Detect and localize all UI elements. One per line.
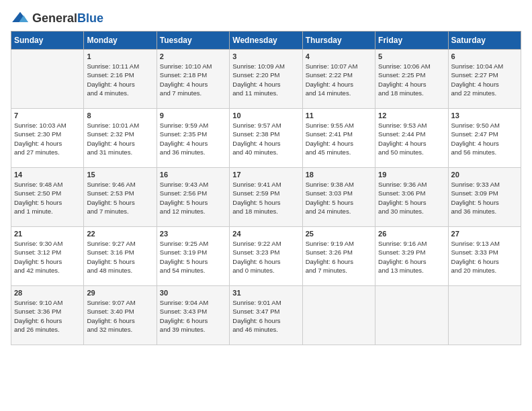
calendar-cell: 5Sunrise: 10:06 AM Sunset: 2:25 PM Dayli… (375, 50, 448, 109)
day-content: Sunrise: 9:30 AM Sunset: 3:12 PM Dayligh… (14, 239, 81, 275)
day-number: 10 (232, 111, 299, 120)
day-content: Sunrise: 9:22 AM Sunset: 3:23 PM Dayligh… (232, 239, 299, 275)
day-number: 16 (160, 171, 226, 179)
day-content: Sunrise: 9:01 AM Sunset: 3:47 PM Dayligh… (232, 298, 299, 334)
header-cell-saturday: Saturday (448, 32, 521, 50)
calendar-cell (11, 50, 84, 109)
day-content: Sunrise: 9:57 AM Sunset: 2:38 PM Dayligh… (232, 121, 299, 156)
day-number: 30 (160, 289, 226, 297)
calendar-cell: 8Sunrise: 10:01 AM Sunset: 2:32 PM Dayli… (84, 109, 157, 168)
calendar-body: 1Sunrise: 10:11 AM Sunset: 2:16 PM Dayli… (11, 50, 521, 345)
day-content: Sunrise: 9:43 AM Sunset: 2:56 PM Dayligh… (160, 180, 226, 216)
day-number: 14 (14, 171, 81, 179)
calendar-cell: 1Sunrise: 10:11 AM Sunset: 2:16 PM Dayli… (84, 50, 157, 109)
day-content: Sunrise: 9:33 AM Sunset: 3:09 PM Dayligh… (451, 180, 518, 216)
day-content: Sunrise: 9:19 AM Sunset: 3:26 PM Dayligh… (306, 239, 372, 275)
day-content: Sunrise: 9:04 AM Sunset: 3:43 PM Dayligh… (160, 298, 226, 334)
week-row-1: 1Sunrise: 10:11 AM Sunset: 2:16 PM Dayli… (11, 50, 521, 109)
day-number: 28 (14, 289, 81, 297)
day-content: Sunrise: 9:10 AM Sunset: 3:36 PM Dayligh… (14, 298, 81, 334)
header-cell-friday: Friday (375, 32, 448, 50)
logo-general: General (32, 11, 77, 25)
header-cell-tuesday: Tuesday (157, 32, 229, 50)
day-content: Sunrise: 9:59 AM Sunset: 2:35 PM Dayligh… (160, 121, 226, 156)
day-number: 13 (451, 111, 518, 120)
day-number: 29 (87, 289, 153, 297)
day-content: Sunrise: 10:06 AM Sunset: 2:25 PM Daylig… (378, 62, 445, 97)
calendar-cell: 29Sunrise: 9:07 AM Sunset: 3:40 PM Dayli… (84, 286, 157, 345)
day-number: 3 (232, 52, 299, 60)
calendar-cell: 14Sunrise: 9:48 AM Sunset: 2:50 PM Dayli… (11, 168, 84, 227)
calendar-cell: 6Sunrise: 10:04 AM Sunset: 2:27 PM Dayli… (448, 50, 521, 109)
day-content: Sunrise: 9:36 AM Sunset: 3:06 PM Dayligh… (378, 180, 445, 216)
week-row-3: 14Sunrise: 9:48 AM Sunset: 2:50 PM Dayli… (11, 168, 521, 227)
calendar-cell: 26Sunrise: 9:16 AM Sunset: 3:29 PM Dayli… (375, 227, 448, 286)
calendar-cell: 23Sunrise: 9:25 AM Sunset: 3:19 PM Dayli… (157, 227, 229, 286)
calendar-cell: 13Sunrise: 9:50 AM Sunset: 2:47 PM Dayli… (448, 109, 521, 168)
calendar-cell: 15Sunrise: 9:46 AM Sunset: 2:53 PM Dayli… (84, 168, 157, 227)
day-number: 5 (378, 52, 445, 60)
week-row-4: 21Sunrise: 9:30 AM Sunset: 3:12 PM Dayli… (11, 227, 521, 286)
day-content: Sunrise: 9:50 AM Sunset: 2:47 PM Dayligh… (451, 121, 518, 156)
day-content: Sunrise: 9:53 AM Sunset: 2:44 PM Dayligh… (378, 121, 445, 156)
week-row-2: 7Sunrise: 10:03 AM Sunset: 2:30 PM Dayli… (11, 109, 521, 168)
calendar-cell: 27Sunrise: 9:13 AM Sunset: 3:33 PM Dayli… (448, 227, 521, 286)
day-number: 27 (451, 230, 518, 238)
day-content: Sunrise: 9:07 AM Sunset: 3:40 PM Dayligh… (87, 298, 153, 334)
day-number: 31 (232, 289, 299, 297)
day-content: Sunrise: 9:55 AM Sunset: 2:41 PM Dayligh… (306, 121, 372, 156)
day-number: 25 (306, 230, 372, 238)
calendar-cell: 3Sunrise: 10:09 AM Sunset: 2:20 PM Dayli… (230, 50, 302, 109)
calendar-cell: 25Sunrise: 9:19 AM Sunset: 3:26 PM Dayli… (302, 227, 375, 286)
header-cell-sunday: Sunday (11, 32, 84, 50)
day-number: 23 (160, 230, 226, 238)
calendar-header: SundayMondayTuesdayWednesdayThursdayFrid… (11, 32, 521, 50)
week-row-5: 28Sunrise: 9:10 AM Sunset: 3:36 PM Dayli… (11, 286, 521, 345)
day-number: 21 (14, 230, 81, 238)
calendar-cell: 18Sunrise: 9:38 AM Sunset: 3:03 PM Dayli… (302, 168, 375, 227)
calendar-cell: 11Sunrise: 9:55 AM Sunset: 2:41 PM Dayli… (302, 109, 375, 168)
calendar-cell (375, 286, 448, 345)
calendar-cell: 9Sunrise: 9:59 AM Sunset: 2:35 PM Daylig… (157, 109, 229, 168)
day-number: 7 (14, 111, 81, 120)
calendar-cell: 22Sunrise: 9:27 AM Sunset: 3:16 PM Dayli… (84, 227, 157, 286)
calendar-cell: 4Sunrise: 10:07 AM Sunset: 2:22 PM Dayli… (302, 50, 375, 109)
day-content: Sunrise: 9:16 AM Sunset: 3:29 PM Dayligh… (378, 239, 445, 275)
header-row: SundayMondayTuesdayWednesdayThursdayFrid… (11, 32, 521, 50)
day-number: 6 (451, 52, 518, 60)
calendar-cell (302, 286, 375, 345)
day-number: 8 (87, 111, 153, 120)
page-header: GeneralBlue (11, 11, 521, 26)
day-number: 2 (160, 52, 226, 60)
header-cell-wednesday: Wednesday (230, 32, 302, 50)
day-content: Sunrise: 9:27 AM Sunset: 3:16 PM Dayligh… (87, 239, 153, 275)
header-cell-monday: Monday (84, 32, 157, 50)
day-number: 26 (378, 230, 445, 238)
calendar-cell: 16Sunrise: 9:43 AM Sunset: 2:56 PM Dayli… (157, 168, 229, 227)
calendar-cell: 20Sunrise: 9:33 AM Sunset: 3:09 PM Dayli… (448, 168, 521, 227)
day-number: 20 (451, 171, 518, 179)
calendar-cell: 30Sunrise: 9:04 AM Sunset: 3:43 PM Dayli… (157, 286, 229, 345)
day-number: 24 (232, 230, 299, 238)
day-content: Sunrise: 10:04 AM Sunset: 2:27 PM Daylig… (451, 62, 518, 97)
calendar-cell: 24Sunrise: 9:22 AM Sunset: 3:23 PM Dayli… (230, 227, 302, 286)
day-number: 4 (306, 52, 372, 60)
calendar-cell: 10Sunrise: 9:57 AM Sunset: 2:38 PM Dayli… (230, 109, 302, 168)
calendar-cell: 19Sunrise: 9:36 AM Sunset: 3:06 PM Dayli… (375, 168, 448, 227)
calendar-cell: 7Sunrise: 10:03 AM Sunset: 2:30 PM Dayli… (11, 109, 84, 168)
calendar-table: SundayMondayTuesdayWednesdayThursdayFrid… (11, 31, 521, 345)
logo: GeneralBlue (11, 11, 103, 26)
day-content: Sunrise: 10:03 AM Sunset: 2:30 PM Daylig… (14, 121, 81, 156)
day-number: 22 (87, 230, 153, 238)
calendar-cell: 12Sunrise: 9:53 AM Sunset: 2:44 PM Dayli… (375, 109, 448, 168)
calendar-cell: 31Sunrise: 9:01 AM Sunset: 3:47 PM Dayli… (230, 286, 302, 345)
calendar-cell: 2Sunrise: 10:10 AM Sunset: 2:18 PM Dayli… (157, 50, 229, 109)
calendar-cell: 21Sunrise: 9:30 AM Sunset: 3:12 PM Dayli… (11, 227, 84, 286)
day-content: Sunrise: 10:10 AM Sunset: 2:18 PM Daylig… (160, 62, 226, 97)
day-content: Sunrise: 10:09 AM Sunset: 2:20 PM Daylig… (232, 62, 299, 97)
day-content: Sunrise: 9:41 AM Sunset: 2:59 PM Dayligh… (232, 180, 299, 216)
day-content: Sunrise: 9:48 AM Sunset: 2:50 PM Dayligh… (14, 180, 81, 216)
day-number: 17 (232, 171, 299, 179)
logo-blue: Blue (77, 11, 103, 25)
day-number: 11 (306, 111, 372, 120)
